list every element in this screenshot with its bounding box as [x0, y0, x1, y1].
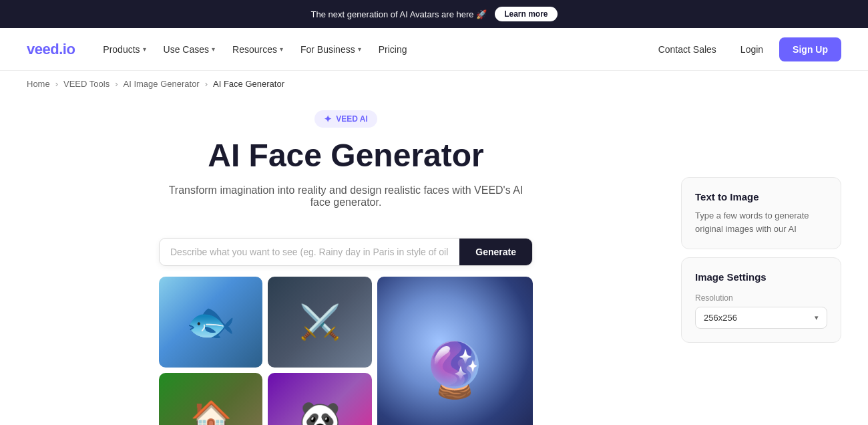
logo[interactable]: veed.io [27, 41, 75, 58]
nav-resources[interactable]: Resources ▾ [226, 40, 290, 59]
nav-products[interactable]: Products ▾ [96, 40, 152, 59]
chevron-down-icon: ▾ [358, 45, 361, 53]
nav-links: Products ▾ Use Cases ▾ Resources ▾ For B… [96, 40, 628, 59]
breadcrumb-home[interactable]: Home [27, 79, 50, 89]
resolution-select[interactable]: 256x256 ▾ [695, 307, 827, 329]
prompt-input[interactable] [160, 239, 459, 265]
badge-label: VEED AI [336, 114, 368, 124]
grid-image-warrior [268, 277, 371, 368]
logo-tld: .io [59, 41, 75, 57]
veed-ai-badge: ✦ VEED AI [314, 110, 377, 128]
page-title: AI Face Generator [27, 138, 665, 174]
spark-icon: ✦ [324, 114, 332, 124]
grid-image-house [159, 373, 262, 425]
hero-subtitle: Transform imagination into reality and d… [159, 184, 533, 208]
nav-pricing[interactable]: Pricing [372, 40, 414, 59]
nav-for-business[interactable]: For Business ▾ [294, 40, 368, 59]
chevron-down-icon: ▾ [212, 45, 215, 53]
hero-section: ✦ VEED AI AI Face Generator Transform im… [27, 97, 665, 225]
signup-button[interactable]: Sign Up [779, 37, 841, 61]
left-section: ✦ VEED AI AI Face Generator Transform im… [27, 97, 665, 425]
chevron-down-icon: ▾ [815, 313, 819, 322]
main-nav: veed.io Products ▾ Use Cases ▾ Resources… [0, 28, 868, 71]
grid-image-sphere [377, 277, 533, 425]
breadcrumb: Home › VEED Tools › AI Image Generator ›… [0, 71, 868, 97]
banner-text: The next generation of AI Avatars are he… [310, 9, 487, 19]
breadcrumb-current: AI Face Generator [213, 79, 284, 89]
main-content: ✦ VEED AI AI Face Generator Transform im… [0, 97, 868, 425]
right-panel: Text to Image Type a few words to genera… [681, 97, 841, 425]
resolution-label: Resolution [695, 293, 827, 303]
contact-sales-button[interactable]: Contact Sales [650, 40, 724, 59]
breadcrumb-sep-3: › [205, 79, 208, 89]
breadcrumb-ai-image-generator[interactable]: AI Image Generator [124, 79, 200, 89]
grid-image-fish [159, 277, 262, 368]
nav-use-cases[interactable]: Use Cases ▾ [157, 40, 222, 59]
breadcrumb-sep-2: › [115, 79, 118, 89]
image-grid [159, 277, 533, 425]
breadcrumb-sep-1: › [55, 79, 58, 89]
prompt-input-row: Generate [159, 238, 533, 266]
nav-right: Contact Sales Login Sign Up [650, 37, 841, 61]
logo-text: veed [27, 41, 59, 57]
text-to-image-card: Text to Image Type a few words to genera… [681, 177, 841, 249]
resolution-row: Resolution 256x256 ▾ [695, 293, 827, 329]
login-button[interactable]: Login [732, 40, 771, 59]
top-banner: The next generation of AI Avatars are he… [0, 0, 868, 28]
banner-cta[interactable]: Learn more [495, 7, 557, 21]
generate-button[interactable]: Generate [459, 239, 532, 265]
text-to-image-description: Type a few words to generate original im… [695, 209, 827, 235]
text-to-image-title: Text to Image [695, 191, 827, 202]
image-settings-card: Image Settings Resolution 256x256 ▾ [681, 257, 841, 343]
image-settings-title: Image Settings [695, 271, 827, 283]
chevron-down-icon: ▾ [143, 45, 146, 53]
grid-image-panda [268, 373, 371, 425]
resolution-value: 256x256 [704, 313, 737, 323]
breadcrumb-veed-tools[interactable]: VEED Tools [63, 79, 110, 89]
chevron-down-icon: ▾ [280, 45, 283, 53]
